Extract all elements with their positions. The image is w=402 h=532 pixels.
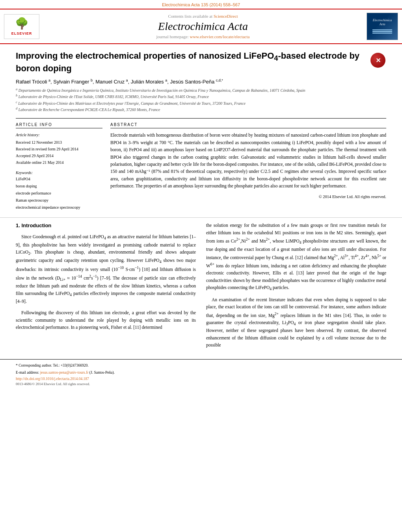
article-info-abstract: ARTICLE INFO Article history: Received 1… [16, 118, 386, 211]
received-date: Received 12 November 2013 [16, 139, 102, 146]
body-two-col: 1. Introduction Since Goodenough et al. … [16, 222, 386, 352]
footnote-star: * Corresponding author. Tel.: +33(0)2473… [16, 363, 386, 368]
sciencedirect-notice: Contents lists available at ScienceDirec… [43, 14, 363, 19]
body-col-2: the solution energy for the substitution… [206, 222, 386, 352]
footnote-email: E-mail address: jesus.santos-pena@univ-t… [16, 370, 386, 375]
article-info-block: Article history: Received 12 November 20… [16, 132, 102, 166]
body-section: 1. Introduction Since Goodenough et al. … [0, 217, 402, 359]
affiliation-d: d Laboratoire de Recherche Correspondant… [16, 106, 386, 113]
crossmark-badge: ✕ [370, 53, 386, 68]
keyword-1: LiFePO4 [16, 176, 102, 183]
body-col-1: 1. Introduction Since Goodenough et al. … [16, 222, 196, 352]
doi-url[interactable]: http://dx.doi.org/10.1016/j.electacta.20… [16, 377, 89, 381]
keywords-list: LiFePO4 boron doping electrode performan… [16, 176, 102, 211]
issn-line: 0013-4686/© 2014 Elsevier Ltd. All right… [16, 382, 386, 386]
article-title: Improving the electrochemical properties… [16, 50, 367, 74]
abstract-text: Electrode materials with homogeneous dis… [110, 132, 386, 189]
available-date: Available online 21 May 2014 [16, 159, 102, 166]
abstract-heading: ABSTRACT [110, 122, 386, 128]
article-info-col: ARTICLE INFO Article history: Received 1… [16, 122, 102, 211]
homepage-url[interactable]: www.elsevier.com/locate/electacta [190, 34, 249, 39]
doi-link: http://dx.doi.org/10.1016/j.electacta.20… [16, 377, 386, 381]
sciencedirect-link[interactable]: ScienceDirect [214, 14, 238, 19]
elsevier-logo: 🌳 ELSEVIER [4, 14, 39, 39]
following-text: Following [21, 310, 41, 315]
journal-logo-title: ElectrochimicaActa [373, 19, 392, 27]
body-para-4: An examination of the recent literature … [206, 296, 386, 349]
affiliation-b: b Laboratoire de Physico-Chimie de l'Eta… [16, 93, 386, 100]
body-para-3: the solution energy for the substitution… [206, 222, 386, 292]
body-para-2: Followinging the discovery of this lithi… [16, 309, 196, 331]
journal-citation: Electrochimica Acta 135 (2014) 558–567 [162, 2, 240, 7]
top-bar: Electrochimica Acta 135 (2014) 558–567 [0, 0, 402, 9]
journal-center-info: Contents lists available at ScienceDirec… [43, 14, 363, 39]
keywords-section: Keywords: LiFePO4 boron doping electrode… [16, 171, 102, 211]
section-1-title: 1. Introduction [16, 222, 196, 230]
revised-date: Received in revised form 29 April 2014 [16, 146, 102, 152]
journal-title: Electrochimica Acta [43, 20, 363, 33]
journal-logo-lines [372, 29, 392, 34]
article-content: Improving the electrochemical properties… [0, 44, 402, 217]
keywords-label: Keywords: [16, 171, 102, 175]
affiliations: a Departamento de Química Inorgánica e I… [16, 87, 386, 113]
affiliation-a: a Departamento de Química Inorgánica e I… [16, 87, 386, 93]
keyword-2: boron doping [16, 183, 102, 190]
footer-area: * Corresponding author. Tel.: +33(0)2473… [0, 359, 402, 389]
journal-logo-right: ElectrochimicaActa [367, 13, 398, 40]
authors-line: Rafael Trócoli a, Sylvain Franger b, Man… [16, 78, 386, 85]
keyword-3: electrode performance [16, 190, 102, 197]
article-title-section: Improving the electrochemical properties… [16, 50, 386, 74]
footnote-corresponding: * Corresponding author. Tel.: +33(0)2473… [16, 363, 89, 367]
elsevier-label: ELSEVIER [11, 32, 32, 35]
journal-header: 🌳 ELSEVIER Contents lists available at S… [0, 9, 402, 44]
accepted-date: Accepted 29 April 2014 [16, 152, 102, 159]
homepage-link: journal homepage: www.elsevier.com/locat… [43, 34, 363, 39]
abstract-col: ABSTRACT Electrode materials with homoge… [110, 122, 386, 211]
keyword-4: Raman spectroscopy [16, 197, 102, 204]
copyright-note: © 2014 Elsevier Ltd. All rights reserved… [110, 195, 386, 199]
article-info-heading: ARTICLE INFO [16, 122, 102, 128]
history-label: Article history: [16, 132, 102, 138]
keyword-5: electrochemical impedance spectroscopy [16, 204, 102, 211]
body-para-1: Since Goodenough et al. pointed out LiFe… [16, 233, 196, 305]
elsevier-tree-icon: 🌳 [7, 17, 36, 30]
affiliation-c: c Laboratoire de Physico-Chimie des Maté… [16, 100, 386, 106]
crossmark-circle: ✕ [370, 53, 385, 68]
email-link[interactable]: jesus.santos-pena@univ-tours.fr [40, 371, 89, 374]
